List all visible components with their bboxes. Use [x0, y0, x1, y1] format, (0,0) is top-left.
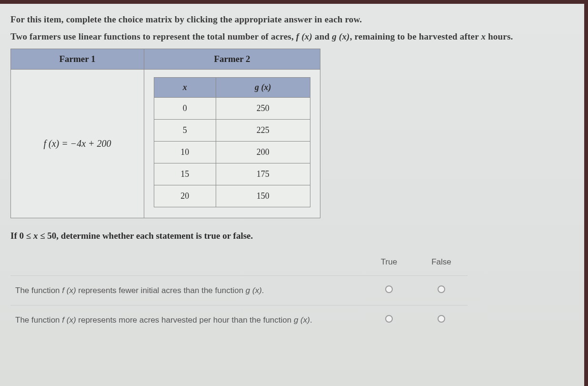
- g-row-x: 10: [154, 142, 216, 163]
- g-row-x: 5: [154, 120, 216, 142]
- text: .: [310, 315, 312, 325]
- farmers-table: Farmer 1 Farmer 2 f (x) = −4x + 200 x g …: [10, 49, 320, 218]
- gx-symbol: g (x): [332, 31, 349, 41]
- text: ≤ 50, determine whether each statement i…: [38, 231, 253, 241]
- text: .: [262, 286, 264, 295]
- farmer1-formula: f (x) = −4x + 200: [11, 70, 144, 218]
- fx-symbol: f (x): [62, 315, 76, 325]
- text: , remaining to be harvested after: [350, 31, 481, 41]
- matrix-statement-2: The function f (x) represents more acres…: [10, 305, 363, 335]
- gx-symbol: g (x): [294, 315, 310, 325]
- text: and: [312, 31, 332, 41]
- g-table: x g (x) 0250 5225 10200 15175 20150: [154, 77, 310, 207]
- g-row-g: 150: [216, 185, 310, 207]
- choice-matrix: True False The function f (x) represents…: [10, 249, 468, 335]
- fx-symbol: f (x): [296, 31, 312, 41]
- text: If 0 ≤: [10, 231, 33, 241]
- g-row-x: 0: [154, 98, 216, 120]
- text: represents more acres harvested per hour…: [76, 315, 294, 325]
- row1-false-radio[interactable]: [438, 285, 445, 293]
- text: hours.: [486, 31, 513, 41]
- matrix-true-header: True: [363, 249, 415, 276]
- matrix-false-header: False: [415, 249, 468, 276]
- g-row-g: 175: [216, 163, 310, 185]
- text: Two farmers use linear functions to repr…: [10, 31, 296, 41]
- farmer2-data-cell: x g (x) 0250 5225 10200 15175 20150: [144, 70, 320, 218]
- farmer2-header: Farmer 2: [144, 49, 320, 70]
- g-row-g: 250: [216, 98, 310, 120]
- text: represents fewer initial acres than the …: [76, 286, 246, 295]
- farmer1-header: Farmer 1: [11, 49, 144, 70]
- question-frame: For this item, complete the choice matri…: [0, 0, 588, 386]
- row2-true-radio[interactable]: [385, 315, 393, 323]
- row2-false-radio[interactable]: [438, 315, 445, 323]
- g-table-g-header: g (x): [216, 78, 310, 98]
- g-row-g: 225: [216, 120, 310, 142]
- condition-line: If 0 ≤ x ≤ 50, determine whether each st…: [10, 231, 574, 241]
- g-row-x: 15: [154, 163, 216, 185]
- g-row-g: 200: [216, 142, 310, 163]
- fx-symbol: f (x): [62, 286, 76, 295]
- row1-true-radio[interactable]: [385, 285, 393, 293]
- x-symbol: x: [481, 31, 486, 41]
- gx-symbol: g (x): [246, 286, 262, 295]
- instruction-line-2: Two farmers use linear functions to repr…: [10, 31, 574, 42]
- instruction-line-1: For this item, complete the choice matri…: [10, 14, 574, 25]
- g-table-x-header: x: [154, 78, 216, 98]
- matrix-statement-1: The function f (x) represents fewer init…: [10, 276, 363, 305]
- text: The function: [15, 315, 62, 325]
- x-symbol: x: [33, 231, 38, 241]
- matrix-statement-header: [10, 249, 363, 276]
- g-row-x: 20: [154, 185, 216, 207]
- text: The function: [15, 286, 62, 295]
